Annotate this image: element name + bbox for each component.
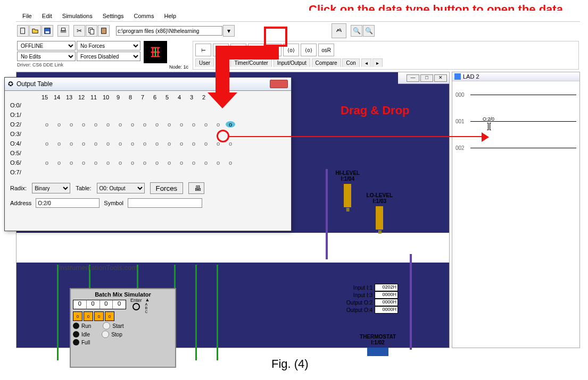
led-2[interactable]: 0 — [94, 311, 104, 321]
bit-cell[interactable]: o — [177, 121, 186, 128]
table-select[interactable]: O0: Output — [97, 183, 145, 193]
symbol-input[interactable] — [128, 198, 202, 208]
copy-button[interactable] — [86, 25, 97, 37]
forces-button[interactable]: Forces — [150, 182, 184, 194]
bit-cell[interactable]: o — [189, 159, 198, 166]
bit-cell[interactable]: o — [140, 140, 150, 147]
bit-cell[interactable]: o — [79, 121, 88, 128]
bit-cell[interactable]: o — [152, 159, 162, 166]
start-switch[interactable] — [103, 322, 110, 330]
rung-1[interactable]: 001 O:2/0 ] [ — [452, 108, 579, 134]
tab-io[interactable]: Input/Output — [274, 58, 310, 67]
bit-cell[interactable]: o — [128, 159, 137, 166]
bit-cell[interactable]: o — [140, 121, 150, 128]
tab-scroll-right[interactable]: ▸ — [372, 58, 383, 67]
menu-simulations[interactable]: Simulations — [58, 12, 97, 20]
bit-cell[interactable]: o — [226, 159, 235, 166]
bit-cell[interactable]: o — [67, 140, 76, 147]
path-dropdown-button[interactable]: ▾ — [223, 25, 235, 37]
address-input[interactable] — [36, 198, 100, 208]
bit-cell[interactable]: o — [189, 121, 198, 128]
menu-settings[interactable]: Settings — [98, 12, 128, 20]
bit-cell[interactable]: o — [140, 159, 150, 166]
bit-cell[interactable]: o — [164, 121, 174, 128]
zoom-out-button[interactable]: 🔍 — [363, 25, 375, 37]
bit-cell[interactable]: o — [128, 140, 137, 147]
bit-cell[interactable]: o — [226, 121, 235, 128]
tab-timer-counter[interactable]: Timer/Counter — [230, 58, 272, 67]
bit-cell[interactable]: o — [91, 121, 101, 128]
rung-0[interactable]: 000 — [452, 81, 579, 108]
bit-cell[interactable]: o — [54, 121, 64, 128]
bit-cell[interactable]: o — [189, 140, 198, 147]
bit-cell[interactable]: o — [91, 140, 101, 147]
menu-help[interactable]: Help — [160, 12, 181, 20]
bit-cell[interactable]: o — [164, 159, 174, 166]
new-button[interactable] — [17, 25, 29, 37]
bit-cell[interactable]: o — [103, 121, 113, 128]
zoom-in-button[interactable]: 🔍 — [351, 25, 362, 37]
rung-2[interactable]: 002 — [452, 134, 579, 161]
bit-cell[interactable]: o — [67, 121, 76, 128]
bit-cell[interactable]: o — [103, 140, 113, 147]
print-button[interactable] — [57, 25, 69, 37]
cut-button[interactable]: ✂ — [73, 25, 85, 37]
paste-button[interactable] — [98, 25, 110, 37]
bit-cell[interactable]: o — [115, 140, 125, 147]
rung-contact[interactable]: O:2/0 ] [ — [480, 116, 497, 130]
print-icon-button[interactable]: 🖶 — [188, 182, 204, 194]
menu-comms[interactable]: Comms — [130, 12, 159, 20]
mode-select[interactable]: OFFLINE — [17, 41, 76, 50]
bit-cell[interactable]: o — [115, 159, 125, 166]
tab-scroll-left[interactable]: ◂ — [361, 58, 371, 67]
bit-cell[interactable]: o — [213, 159, 223, 166]
sim-maximize-button[interactable]: □ — [420, 74, 433, 82]
open-button[interactable] — [29, 25, 41, 37]
menu-edit[interactable]: Edit — [38, 12, 56, 20]
dialog-titlebar[interactable]: ✪ Output Table — [5, 78, 291, 91]
bit-cell[interactable]: o — [213, 121, 223, 128]
instr-btn-6[interactable]: ⟨o⟩ — [301, 44, 317, 56]
bit-cell[interactable]: o — [201, 121, 211, 128]
tab-compare[interactable]: Compare — [312, 58, 341, 67]
bit-cell[interactable]: o — [67, 159, 76, 166]
sim-close-button[interactable]: ✕ — [434, 74, 447, 82]
led-3[interactable]: 0 — [105, 311, 114, 321]
bit-cell[interactable]: o — [152, 140, 162, 147]
bit-cell[interactable]: o — [103, 159, 113, 166]
instr-btn-0[interactable]: ⊢ — [195, 44, 211, 56]
bit-cell[interactable]: o — [79, 140, 88, 147]
tab-user[interactable]: User — [195, 58, 214, 67]
stop-switch[interactable] — [102, 331, 109, 338]
bit-cell[interactable]: o — [164, 140, 174, 147]
bit-cell[interactable]: o — [201, 159, 211, 166]
instr-btn-7[interactable]: osR — [318, 44, 334, 56]
tab-con[interactable]: Con — [342, 58, 359, 67]
menu-file[interactable]: File — [18, 12, 36, 20]
sim-minimize-button[interactable]: — — [407, 74, 419, 82]
bit-cell[interactable]: o — [128, 121, 137, 128]
save-button[interactable] — [42, 25, 53, 37]
bit-cell[interactable]: o — [152, 121, 162, 128]
led-1[interactable]: 0 — [84, 311, 93, 321]
led-0[interactable]: 0 — [73, 311, 82, 321]
bit-cell[interactable]: o — [91, 159, 101, 166]
forces-select[interactable]: No Forces — [77, 41, 140, 50]
radix-select[interactable]: Binary — [32, 183, 70, 193]
bit-cell[interactable]: o — [54, 159, 64, 166]
enter-button[interactable] — [132, 303, 140, 310]
abc-selector[interactable]: ▲ABC — [145, 298, 150, 314]
dialog-close-button[interactable] — [270, 80, 288, 88]
bit-cell[interactable]: o — [42, 159, 52, 166]
edits-select[interactable]: No Edits — [17, 52, 76, 61]
file-path-input[interactable] — [116, 26, 222, 36]
bit-cell[interactable]: o — [42, 140, 52, 147]
bit-cell[interactable]: o — [177, 140, 186, 147]
forces-enabled-select[interactable]: Forces Disabled — [77, 52, 140, 61]
bit-cell[interactable]: o — [79, 159, 88, 166]
bit-cell[interactable]: o — [226, 140, 235, 147]
bit-cell[interactable]: o — [201, 140, 211, 147]
bit-cell[interactable]: o — [177, 159, 186, 166]
bit-cell[interactable]: o — [42, 121, 52, 128]
bit-cell[interactable]: o — [54, 140, 64, 147]
